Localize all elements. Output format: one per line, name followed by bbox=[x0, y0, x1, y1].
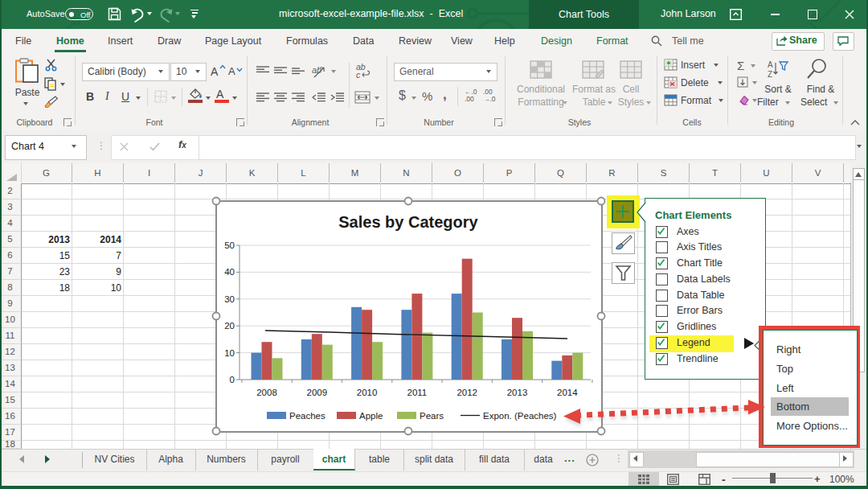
svg-text:2013: 2013 bbox=[507, 388, 528, 397]
svg-text:Peaches: Peaches bbox=[289, 411, 326, 421]
svg-text:ab: ab bbox=[312, 65, 321, 75]
svg-text:30: 30 bbox=[224, 294, 235, 304]
svg-text:c: c bbox=[356, 70, 361, 79]
svg-text:Expon. (Peaches): Expon. (Peaches) bbox=[483, 411, 557, 421]
svg-text:0: 0 bbox=[230, 375, 235, 384]
svg-text:2014: 2014 bbox=[557, 388, 578, 397]
svg-text:Z: Z bbox=[768, 70, 772, 79]
svg-text:2010: 2010 bbox=[357, 388, 378, 397]
svg-text:20: 20 bbox=[224, 321, 235, 331]
svg-text:50: 50 bbox=[224, 240, 235, 250]
svg-text:2008: 2008 bbox=[256, 388, 277, 397]
svg-text:A: A bbox=[768, 60, 773, 69]
svg-text:Apple: Apple bbox=[359, 411, 383, 421]
svg-text:10: 10 bbox=[224, 348, 235, 358]
svg-text:2011: 2011 bbox=[407, 388, 428, 397]
svg-text:Sales by Category: Sales by Category bbox=[338, 213, 478, 231]
svg-text:40: 40 bbox=[224, 267, 235, 277]
svg-text:Pears: Pears bbox=[420, 411, 444, 421]
svg-text:2012: 2012 bbox=[457, 388, 477, 397]
svg-text:2009: 2009 bbox=[307, 388, 328, 397]
